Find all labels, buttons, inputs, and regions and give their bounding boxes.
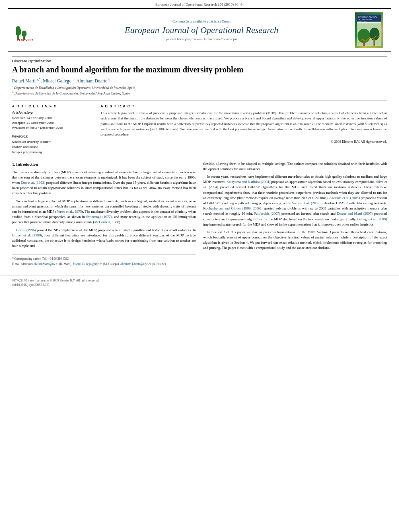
ref-swierenga-1977: Swierenga (1977) [86,215,112,219]
ref-ghosh-1996: Ghosh (1996) [16,228,36,232]
cover-svg: EUROPEAN JOURNAL OF OPERATIONAL RESEARCH [357,12,381,48]
abstract-text: This article begins with a review of pre… [101,111,387,137]
ref-duarte-marti-2007: Duarte and Martí (2007) [337,212,372,216]
authors-line: Rafael Martí a,*, Micael Gallego b, Abra… [12,78,387,83]
svg-text:RESEARCH: RESEARCH [358,21,367,23]
abstract-column: A B S T R A C T This article begins with… [101,104,387,155]
issn-line: 0377-2217/$ - see front matter © 2008 El… [12,279,387,282]
accepted-date: Accepted 11 December 2008 [12,121,93,125]
page: European Journal of Operational Research… [0,0,399,532]
section-label: Discrete Optimization [12,56,387,63]
received-date: Received 14 February 2008 [12,116,93,121]
body-right-column: flexible, allowing them to be adapted to… [203,161,387,267]
journal-cover-image: EUROPEAN JOURNAL OF OPERATIONAL RESEARCH [355,12,383,48]
intro-para-2: We can find a large number of MDP applic… [12,199,196,225]
ref-glover-1998: Glover et al. (1998) [12,233,42,237]
body-left-column: 1. Introduction The maximum diversity pr… [12,161,196,267]
article-history-title: Article history: [12,111,93,115]
svg-point-13 [370,28,380,41]
right-para-2: In recent years, researchers have implem… [203,174,387,227]
ref-kuo-1993: Kuo et al. (1993) [21,181,45,185]
keyword-3: Integer programming [12,150,93,155]
abstract-copyright: © 2008 Elsevier B.V. All rights reserved… [101,140,387,144]
ref-kochenberger-1999: Kochenberger and Glover (1999, 2006) [203,206,261,210]
elsevier-logo: ELSEVIER [16,18,48,43]
right-para-1: flexible, allowing them to be adapted to… [203,161,387,172]
svg-text:OF OPERATIONAL: OF OPERATIONAL [358,18,372,21]
footnote-corresponding: * Corresponding author. Tel.: +34 96 386… [12,257,196,261]
svg-text:ELSEVIER: ELSEVIER [17,38,33,42]
keywords-list: Maximum diversity problem Branch and bou… [12,140,93,155]
paper-title: A branch and bound algorithm for the max… [12,65,387,74]
svg-point-4 [22,31,27,37]
footnote-email: E-mail addresses: Rafael.Marti@uv.es (R.… [12,262,196,267]
abstract-title: A B S T R A C T [101,104,387,108]
journal-citation-text: European Journal of Operational Research… [155,2,244,6]
journal-citation: European Journal of Operational Research… [0,0,399,8]
intro-para-3: Ghosh (1996) proved the NP-completeness … [12,228,196,249]
svg-text:EUROPEAN JOURNAL: EUROPEAN JOURNAL [358,16,377,18]
journal-main-title: European Journal of Operational Research [48,25,355,35]
article-info-column: A R T I C L E I N F O Article history: R… [12,104,93,155]
footnote-area: * Corresponding author. Tel.: +34 96 386… [12,255,196,266]
ref-porter-1975: Porter et al., 1975 [56,210,82,214]
ref-andrade-2005: Andrade et al. (2005) [329,196,360,200]
journal-homepage: journal homepage: www.elsevier.com/locat… [48,37,355,41]
affiliation-a: a Departamento de Estadística e Investig… [12,85,387,90]
ref-katayama-2004: Katayama and Narihisa (2004) [226,180,270,184]
body-columns: 1. Introduction The maximum diversity pr… [12,161,387,267]
doi-line: doi:10.1016/j.ejor.2008.12.023 [12,283,387,287]
ref-mcconnell-1988: McConnell, 1988 [95,220,119,224]
main-content: Discrete Optimization A branch and bound… [0,52,399,275]
keyword-1: Maximum diversity problem [12,140,93,145]
journal-header: ELSEVIER Contents lists available at Sci… [8,8,391,52]
affiliation-b: b Departamento de Ciencias de la Computa… [12,90,387,96]
sciencedirect-label: Contents lists available at ScienceDirec… [48,19,355,23]
elsevier-logo-svg: ELSEVIER [16,18,48,42]
intro-para-1: The maximum diversity problem (MDP) cons… [12,170,196,196]
journal-title-area: Contents lists available at ScienceDirec… [48,19,355,41]
right-para-3: In Section 2 of this paper we discuss pr… [203,230,387,251]
svg-rect-15 [373,39,375,46]
ref-gallego-2009: Gallego et al. (2009) [357,217,387,221]
keywords-title: Keywords: [12,134,93,138]
article-info-title: A R T I C L E I N F O [12,104,93,108]
bottom-bar: 0377-2217/$ - see front matter © 2008 El… [0,275,399,290]
available-date: Available online 27 December 2008 [12,125,93,130]
intro-heading: 1. Introduction [12,161,196,167]
article-meta-row: A R T I C L E I N F O Article history: R… [12,101,387,155]
ref-santos-2005: Santos et al. (2005) [292,201,320,205]
keyword-2: Branch and bound [12,145,93,150]
ref-palubeckis-2007: Palubeckis (2007) [254,212,280,216]
affiliations: a Departamento de Estadística e Investig… [12,85,387,96]
